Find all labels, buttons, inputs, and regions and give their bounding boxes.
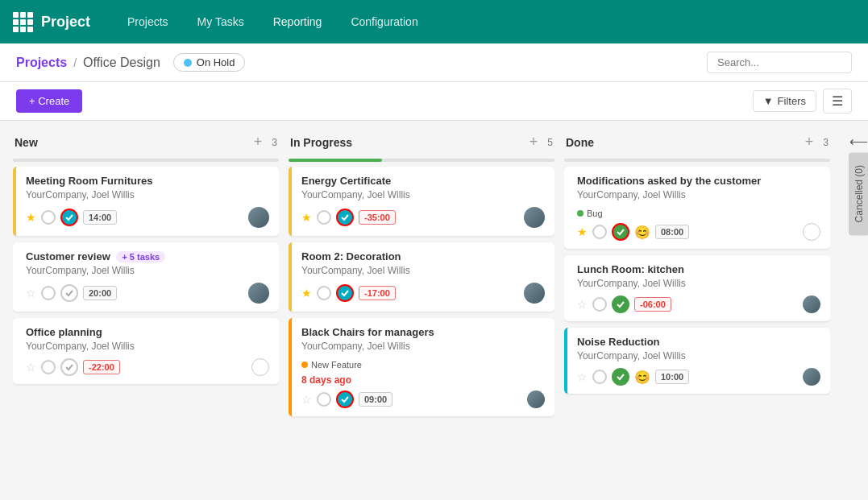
status-label: On Hold (197, 56, 235, 68)
check-outline-icon[interactable] (60, 358, 78, 376)
col-add-done[interactable]: + (802, 134, 817, 151)
toolbar: + Create ▼ Filters ☰ (0, 82, 868, 121)
col-header-done: Done + 3 (564, 130, 830, 154)
col-count-done: 3 (823, 137, 829, 148)
column-new: New + 3 Meeting Room Furnitures YourComp… (13, 130, 279, 492)
col-header-inprogress: In Progress + 5 (289, 130, 554, 154)
breadcrumb-separator: / (73, 56, 77, 69)
card-subtitle: YourCompany, Joel Willis (577, 278, 820, 289)
card-footer: ☆ 09:00 (301, 390, 545, 408)
check-green-icon[interactable] (612, 368, 629, 386)
check-teal-icon[interactable] (336, 284, 354, 302)
breadcrumb-bar: Projects / Office Design On Hold (0, 43, 868, 82)
nav-projects[interactable]: Projects (123, 12, 173, 31)
circle-icon[interactable] (41, 360, 56, 374)
table-row: Black Chairs for managers YourCompany, J… (289, 318, 554, 416)
star-icon[interactable]: ★ (301, 211, 312, 224)
circle-icon[interactable] (317, 392, 331, 407)
table-row: Noise Reduction YourCompany, Joel Willis… (564, 328, 830, 394)
star-icon[interactable]: ★ (577, 225, 588, 238)
card-title-text: Customer review (26, 250, 110, 262)
table-row: Office planning YourCompany, Joel Willis… (13, 318, 279, 384)
card-title: Noise Reduction (577, 336, 820, 348)
create-button[interactable]: + Create (16, 89, 82, 113)
circle-icon[interactable] (592, 370, 607, 384)
tag-dot (301, 362, 308, 368)
circle-icon[interactable] (592, 297, 607, 312)
card-footer: ★ -35:00 (301, 207, 545, 228)
smile-icon[interactable]: 😊 (634, 370, 650, 385)
tag-dot (577, 210, 584, 217)
nav-reporting[interactable]: Reporting (268, 12, 327, 31)
circle-icon[interactable] (41, 210, 56, 225)
column-done: Done + 3 Modifications asked by the cust… (564, 130, 830, 492)
col-count-inprogress: 5 (547, 137, 553, 148)
card-title: Lunch Room: kitchen (577, 263, 820, 275)
cards-list-inprogress: Energy Certificate YourCompany, Joel Wil… (289, 167, 554, 492)
card-tag: New Feature (301, 360, 362, 370)
card-overdue: 8 days ago (301, 374, 545, 386)
check-teal-highlighted-icon[interactable] (336, 209, 354, 226)
top-navigation: Project Projects My Tasks Reporting Conf… (0, 0, 868, 43)
collapse-arrow-icon[interactable]: ⟵ (846, 130, 868, 152)
search-input[interactable] (707, 52, 852, 73)
circle-icon[interactable] (317, 286, 331, 300)
avatar (524, 207, 545, 228)
breadcrumb-current: Office Design (83, 56, 160, 70)
time-badge: 08:00 (655, 225, 689, 239)
tag-label: New Feature (311, 360, 362, 370)
table-row: Room 2: Decoration YourCompany, Joel Wil… (289, 242, 554, 312)
circle-icon[interactable] (317, 210, 331, 225)
card-footer: ☆ 20:00 (26, 283, 269, 304)
card-subtitle: YourCompany, Joel Willis (301, 341, 545, 352)
time-badge: -35:00 (359, 210, 396, 225)
star-icon[interactable]: ★ (26, 211, 36, 224)
card-title: Office planning (26, 326, 269, 338)
check-green-highlighted-icon[interactable] (612, 223, 629, 241)
card-subtitle: YourCompany, Joel Willis (26, 265, 269, 276)
col-progress-fill-inprogress (289, 159, 382, 162)
filters-button[interactable]: ▼ Filters (753, 90, 816, 112)
circle-icon[interactable] (592, 225, 607, 239)
app-title: Project (41, 14, 90, 31)
card-title: Room 2: Decoration (301, 250, 545, 262)
filters-label: Filters (778, 95, 806, 107)
col-add-inprogress[interactable]: + (526, 134, 542, 151)
time-badge: 14:00 (83, 210, 117, 225)
card-subtitle: YourCompany, Joel Willis (26, 341, 269, 352)
check-teal-icon[interactable] (336, 390, 354, 408)
breadcrumb-parent[interactable]: Projects (16, 56, 67, 70)
table-row: Customer review + 5 tasks YourCompany, J… (13, 242, 279, 312)
menu-button[interactable]: ☰ (823, 89, 852, 114)
nav-mytasks[interactable]: My Tasks (193, 12, 249, 31)
time-badge: 09:00 (359, 392, 392, 407)
star-icon[interactable]: ☆ (26, 287, 36, 300)
check-outline-icon[interactable] (60, 284, 78, 302)
cancelled-label[interactable]: Cancelled (0) (849, 152, 869, 235)
status-badge[interactable]: On Hold (173, 53, 246, 72)
col-title-inprogress: In Progress (290, 136, 526, 149)
star-icon[interactable]: ☆ (26, 361, 36, 374)
avatar (803, 223, 820, 241)
star-icon[interactable]: ☆ (301, 393, 312, 406)
card-footer: ☆ -06:00 (577, 295, 820, 313)
smile-icon[interactable]: 😊 (634, 225, 650, 240)
star-icon[interactable]: ☆ (577, 298, 588, 311)
app-logo[interactable]: Project (13, 12, 90, 32)
tag-label: Bug (587, 209, 603, 218)
card-tag: Bug (577, 209, 603, 218)
check-green-icon[interactable] (612, 295, 629, 313)
card-footer: ☆ -22:00 (26, 358, 269, 376)
nav-configuration[interactable]: Configuration (346, 12, 422, 31)
card-subtitle: YourCompany, Joel Willis (301, 189, 545, 200)
star-icon[interactable]: ★ (301, 287, 312, 300)
circle-icon[interactable] (41, 286, 56, 300)
card-subtitle: YourCompany, Joel Willis (301, 265, 545, 276)
avatar (248, 207, 269, 228)
card-title: Energy Certificate (301, 175, 545, 187)
col-add-new[interactable]: + (251, 134, 266, 151)
check-teal-icon[interactable] (60, 209, 78, 226)
star-icon[interactable]: ☆ (577, 370, 588, 383)
time-badge: -06:00 (634, 297, 671, 312)
cards-list-done: Modifications asked by the customer Your… (564, 167, 830, 492)
